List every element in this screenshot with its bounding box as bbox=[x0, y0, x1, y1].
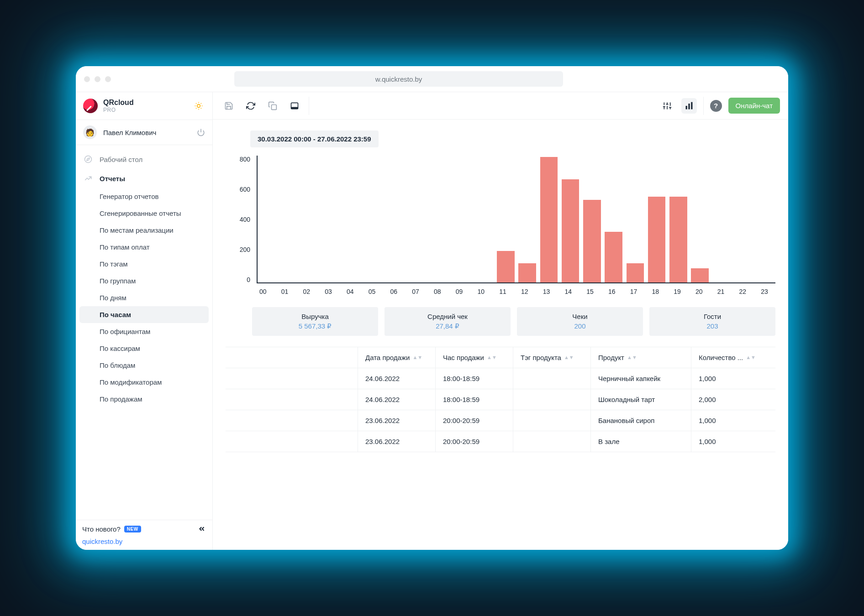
bar[interactable] bbox=[583, 200, 601, 282]
x-tick: 21 bbox=[710, 288, 732, 295]
nav-sub-item[interactable]: По дням bbox=[76, 289, 212, 306]
nav-sub-item[interactable]: По официантам bbox=[76, 323, 212, 340]
col-tag[interactable]: Тэг продукта▲▼ bbox=[513, 347, 591, 368]
nav-sub-item[interactable]: По кассирам bbox=[76, 340, 212, 357]
y-tick: 200 bbox=[240, 246, 250, 253]
refresh-button[interactable] bbox=[243, 98, 258, 114]
theme-toggle[interactable] bbox=[192, 99, 205, 112]
cell-product: Черничный капкейк bbox=[591, 368, 691, 389]
x-tick: 19 bbox=[666, 288, 688, 295]
save-button[interactable] bbox=[221, 98, 237, 114]
filter-button[interactable] bbox=[659, 98, 675, 114]
nav-sub-item[interactable]: По часам bbox=[79, 306, 209, 323]
bar[interactable] bbox=[540, 157, 558, 282]
bar[interactable] bbox=[627, 263, 644, 282]
x-tick: 16 bbox=[601, 288, 623, 295]
table-row[interactable]: 23.06.202220:00-20:59В зале1,000 bbox=[226, 431, 775, 452]
kpi-card[interactable]: Средний чек27,84 ₽ bbox=[385, 307, 511, 336]
nav-reports[interactable]: Отчеты bbox=[76, 169, 212, 188]
svg-rect-15 bbox=[685, 106, 687, 110]
bar[interactable] bbox=[691, 268, 709, 282]
bar-column bbox=[646, 156, 668, 282]
user-row[interactable]: 🧑 Павел Климович bbox=[76, 120, 212, 145]
plot-area bbox=[257, 156, 775, 283]
bar[interactable] bbox=[669, 197, 687, 282]
nav-dashboard-label: Рабочий стол bbox=[100, 156, 142, 163]
save-icon bbox=[224, 101, 233, 110]
x-tick: 17 bbox=[623, 288, 645, 295]
bar-column bbox=[603, 156, 624, 282]
nav-sub-item[interactable]: По модификаторам bbox=[76, 374, 212, 391]
kpi-card[interactable]: Выручка5 567,33 ₽ bbox=[252, 307, 378, 336]
site-link[interactable]: quickresto.by bbox=[82, 538, 206, 545]
nav-sub-item[interactable]: По продажам bbox=[76, 391, 212, 407]
brand: QRcloud PRO bbox=[76, 92, 212, 120]
nav-dashboard[interactable]: Рабочий стол bbox=[76, 150, 212, 169]
x-tick: 04 bbox=[339, 288, 361, 295]
nav-sub-item[interactable]: По группам bbox=[76, 272, 212, 289]
nav-sub-item[interactable]: Сгенерированные отчеты bbox=[76, 205, 212, 222]
traffic-dot-max[interactable] bbox=[105, 76, 111, 82]
cell-hour: 18:00-18:59 bbox=[436, 389, 513, 410]
traffic-dot-close[interactable] bbox=[84, 76, 90, 82]
bar-column bbox=[754, 156, 775, 282]
nav-sub-item[interactable]: По местам реализации bbox=[76, 222, 212, 239]
logout-button[interactable] bbox=[197, 128, 205, 136]
cell-qty: 1,000 bbox=[691, 368, 775, 389]
cell-product: Шоколадный тарт bbox=[591, 389, 691, 410]
chart-view-button[interactable] bbox=[681, 98, 697, 114]
nav-sub-item[interactable]: По блюдам bbox=[76, 357, 212, 374]
y-tick: 600 bbox=[240, 186, 250, 193]
bar[interactable] bbox=[605, 232, 622, 282]
browser-bar: w.quickresto.by bbox=[76, 66, 788, 92]
col-hour[interactable]: Час продажи▲▼ bbox=[436, 347, 513, 368]
date-range-chip[interactable]: 30.03.2022 00:00 - 27.06.2022 23:59 bbox=[250, 131, 379, 147]
collapse-sidebar-button[interactable] bbox=[198, 525, 206, 533]
kpi-row: Выручка5 567,33 ₽Средний чек27,84 ₽Чеки2… bbox=[252, 307, 775, 336]
col-date[interactable]: Дата продажи▲▼ bbox=[358, 347, 436, 368]
kpi-value: 200 bbox=[521, 322, 639, 330]
power-icon bbox=[197, 128, 205, 136]
cell-date: 23.06.2022 bbox=[358, 410, 436, 431]
svg-point-1 bbox=[85, 156, 92, 163]
online-chat-button[interactable]: Онлайн-чат bbox=[728, 98, 780, 114]
bar[interactable] bbox=[518, 263, 536, 282]
bar-column bbox=[365, 156, 387, 282]
col-product[interactable]: Продукт▲▼ bbox=[591, 347, 691, 368]
url-bar[interactable]: w.quickresto.by bbox=[234, 71, 563, 87]
cell-tag bbox=[513, 410, 591, 431]
bar-column bbox=[560, 156, 581, 282]
table-row[interactable]: 23.06.202220:00-20:59Банановый сироп1,00… bbox=[226, 410, 775, 431]
kpi-card[interactable]: Чеки200 bbox=[517, 307, 643, 336]
cell-blank bbox=[226, 431, 358, 452]
x-tick: 07 bbox=[405, 288, 427, 295]
nav-sub-item[interactable]: По типам оплат bbox=[76, 239, 212, 256]
nav-sub-item[interactable]: Генератор отчетов bbox=[76, 188, 212, 205]
kpi-card[interactable]: Гости203 bbox=[649, 307, 775, 336]
whats-new[interactable]: Что нового? NEW bbox=[82, 525, 206, 533]
table-row[interactable]: 24.06.202218:00-18:59Черничный капкейк1,… bbox=[226, 368, 775, 389]
copy-button[interactable] bbox=[265, 98, 280, 114]
table-row[interactable]: 24.06.202218:00-18:59Шоколадный тарт2,00… bbox=[226, 389, 775, 410]
bar-column bbox=[474, 156, 495, 282]
nav-sub-item[interactable]: По тэгам bbox=[76, 256, 212, 272]
brand-sub: PRO bbox=[103, 107, 134, 113]
bar[interactable] bbox=[648, 197, 666, 282]
sort-icon: ▲▼ bbox=[564, 356, 574, 359]
col-qty[interactable]: Количество ...▲▼ bbox=[691, 347, 775, 368]
x-tick: 12 bbox=[514, 288, 536, 295]
help-button[interactable]: ? bbox=[710, 100, 722, 112]
cell-tag bbox=[513, 368, 591, 389]
sort-icon: ▲▼ bbox=[627, 356, 637, 359]
question-icon: ? bbox=[714, 102, 718, 110]
sort-icon: ▲▼ bbox=[412, 356, 422, 359]
display-button[interactable] bbox=[287, 98, 302, 114]
kpi-value: 27,84 ₽ bbox=[388, 322, 507, 330]
col-blank bbox=[226, 347, 358, 368]
traffic-dot-min[interactable] bbox=[95, 76, 100, 82]
x-tick: 08 bbox=[427, 288, 448, 295]
bar[interactable] bbox=[497, 251, 515, 283]
bar-column bbox=[689, 156, 711, 282]
content: 30.03.2022 00:00 - 27.06.2022 23:59 8006… bbox=[213, 120, 788, 550]
bar[interactable] bbox=[562, 179, 580, 282]
